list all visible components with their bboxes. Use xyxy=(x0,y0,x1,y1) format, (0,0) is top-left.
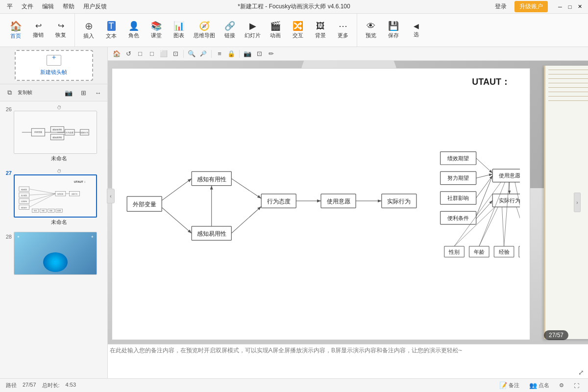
svg-text:使用意愿: 使用意愿 xyxy=(499,172,520,178)
slide-item-28: 28 🌐 ✦ ✦ xyxy=(2,231,105,279)
class-icon: 📚 xyxy=(151,22,162,30)
insert-icon: ⊕ xyxy=(85,21,93,31)
toolbar-home[interactable]: 🏠 首页 xyxy=(5,19,26,42)
roll-call-icon: 👥 xyxy=(529,382,537,389)
slide-thumb-28[interactable]: 🌐 ✦ ✦ xyxy=(14,232,97,275)
toolbar-save[interactable]: 💾 保存 xyxy=(383,20,404,41)
note-button[interactable]: 📝 备注 xyxy=(496,381,522,390)
notebook-line-7 xyxy=(548,96,588,97)
toolbar-class[interactable]: 📚 课堂 xyxy=(146,20,167,41)
slide-thumb-26[interactable]: 外部变量 感知有用性 感知易用性 行为态度 xyxy=(14,111,97,154)
svg-line-93 xyxy=(516,207,520,246)
canvas-zoom-in-icon[interactable]: 🔍 xyxy=(187,49,196,59)
toolbar-select[interactable]: ◀ 选 xyxy=(405,21,427,40)
slide-number-28: 28 xyxy=(3,232,12,240)
slide-thumb-container-26: ⏱ 外部变量 感知有用性 xyxy=(14,104,104,164)
canvas-pen-icon[interactable]: ✏ xyxy=(266,49,276,59)
toolbar-role[interactable]: 👤 角色 xyxy=(123,20,145,41)
canvas-frame3-icon[interactable]: ⬜ xyxy=(159,49,169,59)
canvas-rotate-icon[interactable]: ↺ xyxy=(123,49,133,59)
maximize-button[interactable]: □ xyxy=(565,2,574,11)
camera-button[interactable]: 📷 xyxy=(62,86,75,99)
menu-ping[interactable]: 平 xyxy=(4,1,16,12)
svg-text:性别: 性别 xyxy=(448,249,460,255)
upgrade-button[interactable]: 升级账户 xyxy=(514,1,548,12)
menu-feedback[interactable]: 用户反馈 xyxy=(80,1,110,12)
copy-frame-button[interactable]: ⧉ xyxy=(3,86,16,99)
canvas-home-icon[interactable]: 🏠 xyxy=(112,49,122,59)
svg-rect-84 xyxy=(519,246,520,257)
canvas-lock-icon[interactable]: 🔒 xyxy=(226,49,236,59)
slide-name-26: 未命名 xyxy=(14,154,104,164)
new-frame-button[interactable]: ＋ 新建镜头帧 xyxy=(15,50,93,81)
slide-timer-icon-26: ⏱ xyxy=(14,104,104,111)
canvas-main[interactable]: esc xyxy=(108,61,588,344)
grid-button[interactable]: ⊞ xyxy=(77,86,90,99)
toolbar-preview[interactable]: 👁 预览 xyxy=(360,20,382,41)
svg-text:感知有用性: 感知有用性 xyxy=(197,176,226,183)
svg-line-30 xyxy=(29,194,55,207)
svg-text:行为态度: 行为态度 xyxy=(66,131,74,134)
resize-button[interactable]: ↔ xyxy=(92,86,104,99)
toolbar-animation[interactable]: 🎬 动画 xyxy=(265,20,286,41)
slide-thumb-27[interactable]: UTAUT： 绩效期望 努力期望 社群影响 便利条件 xyxy=(14,174,97,218)
toolbar-redo[interactable]: ↪ 恢复 xyxy=(50,20,72,41)
sidebar: ＋ 新建镜头帧 ▼ ⧉ 复制帧 📷 ⊞ ↔ xyxy=(0,47,108,378)
utaut-title: UTAUT： xyxy=(472,76,510,88)
select-label: 选 xyxy=(414,31,419,38)
toolbar-link[interactable]: 🔗 链接 xyxy=(219,20,241,41)
svg-text:努力期望: 努力期望 xyxy=(21,195,27,196)
toolbar-interact[interactable]: 🔀 交互 xyxy=(287,20,309,41)
roll-call-button[interactable]: 👥 点名 xyxy=(526,381,552,390)
slide-thumb-container-28: 🌐 ✦ ✦ xyxy=(14,232,104,278)
toolbar-undo[interactable]: ↩ 撤销 xyxy=(27,20,49,41)
save-icon: 💾 xyxy=(388,22,399,30)
canvas-frame4-icon[interactable]: ⊡ xyxy=(171,49,180,59)
svg-text:经验: 经验 xyxy=(49,210,52,212)
toolbar-text[interactable]: T 文本 xyxy=(100,19,122,42)
role-icon: 👤 xyxy=(128,22,139,30)
notes-expand-icon[interactable]: ⤢ xyxy=(578,368,584,376)
minimize-button[interactable]: ─ xyxy=(556,2,564,11)
menu-file[interactable]: 文件 xyxy=(19,1,36,12)
canvas-zoom-out-icon[interactable]: 🔎 xyxy=(198,49,208,59)
notes-textarea[interactable] xyxy=(110,346,586,376)
animation-icon: 🎬 xyxy=(270,22,281,30)
text-icon: T xyxy=(107,21,116,31)
sidebar-collapse-button[interactable]: ‹ xyxy=(107,189,115,203)
toolbar-insert[interactable]: ⊕ 插入 xyxy=(78,19,99,42)
notebook-line-8 xyxy=(548,100,588,101)
canvas-camera-icon[interactable]: 📷 xyxy=(243,49,252,59)
close-button[interactable]: ✕ xyxy=(575,2,584,11)
path-label: 路径 xyxy=(6,382,17,389)
svg-text:便利条件: 便利条件 xyxy=(21,207,27,209)
svg-text:UTAUT：: UTAUT： xyxy=(74,180,86,183)
new-frame-label: 新建镜头帧 xyxy=(40,69,67,76)
svg-text:年龄: 年龄 xyxy=(42,210,45,212)
svg-text:实际行为: 实际行为 xyxy=(499,197,520,203)
toolbar-slideshow[interactable]: ▶ 幻灯片 xyxy=(242,20,264,41)
canvas-expand-right-button[interactable]: › xyxy=(574,193,581,212)
notebook-line-6 xyxy=(548,92,588,92)
canvas-frame1-icon[interactable]: □ xyxy=(135,49,145,59)
preview-label: 预览 xyxy=(366,32,376,39)
fullscreen-button[interactable]: ⛶ xyxy=(571,382,582,390)
menu-edit[interactable]: 编辑 xyxy=(39,1,57,12)
slide-content[interactable]: UTAUT： 外部变量 感知有用性 xyxy=(112,68,530,340)
menu-help[interactable]: 帮助 xyxy=(60,1,77,12)
toolbar-mindmap[interactable]: 🧭 思维导图 xyxy=(191,20,218,41)
canvas-frame2-icon[interactable]: □ xyxy=(147,49,157,59)
canvas-area: 🏠 ↺ □ □ ⬜ ⊡ 🔍 🔎 ≡ 🔒 📷 ⊡ ✏ esc xyxy=(108,47,588,378)
toolbar-group-save: 👁 预览 💾 保存 ◀ 选 xyxy=(357,14,430,47)
settings-button[interactable]: ⚙ xyxy=(556,381,567,390)
toolbar-background[interactable]: 🖼 背景 xyxy=(310,20,331,41)
sidebar-scroll[interactable]: 26 ⏱ 外部变量 感知 xyxy=(0,101,107,378)
canvas-grid-icon[interactable]: ⊡ xyxy=(254,49,264,59)
toolbar-chart[interactable]: 📊 图表 xyxy=(168,20,190,41)
duration-value: 4:53 xyxy=(66,382,76,389)
login-button[interactable]: 登录 xyxy=(491,1,511,12)
svg-line-73 xyxy=(476,174,492,178)
note-icon: 📝 xyxy=(499,382,507,389)
canvas-align-icon[interactable]: ≡ xyxy=(215,49,224,59)
toolbar-more[interactable]: ⋯ 更多 xyxy=(332,20,354,41)
